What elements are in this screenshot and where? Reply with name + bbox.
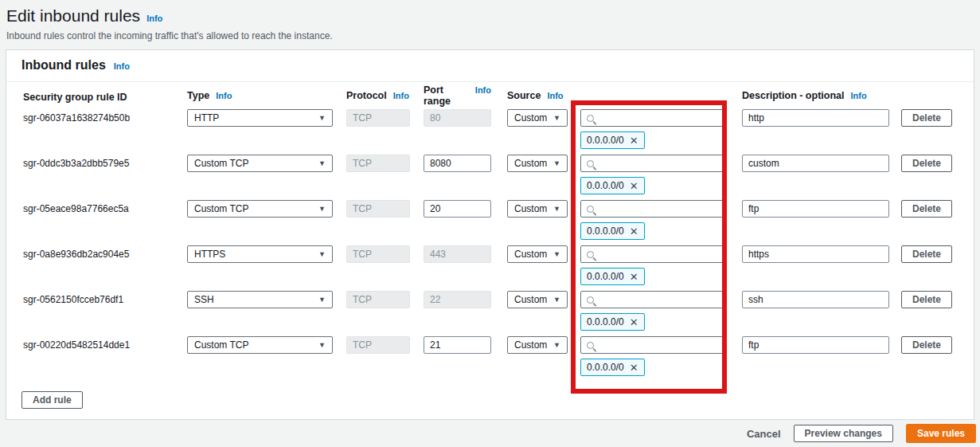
page-subtitle: Inbound rules control the incoming traff… xyxy=(6,30,980,41)
delete-rule-button[interactable]: Delete xyxy=(901,336,952,354)
description-info-link[interactable]: Info xyxy=(850,91,866,100)
protocol-field xyxy=(346,109,410,127)
chevron-down-icon: ▼ xyxy=(553,160,560,167)
source-select[interactable]: Custom ▼ xyxy=(507,245,568,263)
protocol-field xyxy=(346,291,410,308)
protocol-field xyxy=(346,245,410,263)
search-icon xyxy=(587,342,594,349)
port-range-input[interactable] xyxy=(424,336,491,354)
header-type: Type Info xyxy=(187,90,333,101)
page-title-info-link[interactable]: Info xyxy=(146,14,162,23)
chevron-down-icon: ▼ xyxy=(318,251,326,258)
remove-tag-icon[interactable]: ✕ xyxy=(630,226,638,237)
source-cidr-tag: 0.0.0.0/0 ✕ xyxy=(580,131,645,149)
page-title: Edit inbound rules xyxy=(6,6,140,25)
type-select[interactable]: HTTPS ▼ xyxy=(187,245,333,263)
chevron-down-icon: ▼ xyxy=(318,342,326,349)
table-row: sgr-0ddc3b3a2dbb579e5 Custom TCP ▼ Custo… xyxy=(6,155,974,200)
delete-rule-button[interactable]: Delete xyxy=(901,155,952,172)
source-search-box[interactable] xyxy=(580,200,726,218)
port-range-input[interactable] xyxy=(424,200,491,218)
type-select[interactable]: Custom TCP ▼ xyxy=(187,155,333,172)
remove-tag-icon[interactable]: ✕ xyxy=(630,317,638,327)
description-input[interactable] xyxy=(742,291,889,308)
port-range-field xyxy=(424,245,491,263)
description-input[interactable] xyxy=(742,200,889,218)
description-input[interactable] xyxy=(742,155,889,172)
source-search-box[interactable] xyxy=(580,245,726,263)
delete-rule-button[interactable]: Delete xyxy=(901,291,952,308)
description-input[interactable] xyxy=(742,109,889,127)
chevron-down-icon: ▼ xyxy=(553,115,560,122)
source-cidr-tag: 0.0.0.0/0 ✕ xyxy=(580,359,645,376)
source-cidr-tag: 0.0.0.0/0 ✕ xyxy=(580,313,645,331)
source-search-input[interactable] xyxy=(599,249,720,260)
rule-id: sgr-0562150fcceb76df1 xyxy=(23,291,187,305)
source-cidr-tag: 0.0.0.0/0 ✕ xyxy=(580,177,645,194)
search-icon xyxy=(587,251,594,258)
page-header: Edit inbound rules Info Inbound rules co… xyxy=(0,0,980,49)
delete-rule-button[interactable]: Delete xyxy=(901,245,952,263)
port-range-input[interactable] xyxy=(424,155,491,172)
delete-rule-button[interactable]: Delete xyxy=(901,109,952,127)
table-row: sgr-05eace98a7766ec5a Custom TCP ▼ Custo… xyxy=(6,200,974,245)
source-search-input[interactable] xyxy=(599,203,720,214)
rule-id: sgr-0ddc3b3a2dbb579e5 xyxy=(23,155,187,169)
source-cidr-tag: 0.0.0.0/0 ✕ xyxy=(580,268,645,285)
preview-changes-button[interactable]: Preview changes xyxy=(794,425,893,442)
table-row: sgr-0562150fcceb76df1 SSH ▼ Custom ▼ 0.0… xyxy=(6,291,974,336)
source-cidr-tag: 0.0.0.0/0 ✕ xyxy=(580,222,645,240)
protocol-field xyxy=(346,155,410,172)
port-range-field xyxy=(424,109,491,127)
source-select[interactable]: Custom ▼ xyxy=(507,109,568,127)
remove-tag-icon[interactable]: ✕ xyxy=(630,135,638,146)
remove-tag-icon[interactable]: ✕ xyxy=(630,272,638,282)
type-info-link[interactable]: Info xyxy=(216,91,232,100)
save-rules-button[interactable]: Save rules xyxy=(906,424,976,443)
protocol-field xyxy=(346,336,410,354)
type-select[interactable]: HTTP ▼ xyxy=(187,109,333,127)
source-search-input[interactable] xyxy=(599,339,720,351)
remove-tag-icon[interactable]: ✕ xyxy=(630,363,638,373)
cancel-button[interactable]: Cancel xyxy=(747,428,781,440)
panel-header: Inbound rules Info xyxy=(6,50,974,82)
header-description: Description - optional Info xyxy=(742,90,889,101)
rule-id: sgr-06037a1638274b50b xyxy=(23,109,187,124)
source-search-input[interactable] xyxy=(599,158,720,169)
source-select[interactable]: Custom ▼ xyxy=(507,155,568,172)
chevron-down-icon: ▼ xyxy=(318,296,326,304)
chevron-down-icon: ▼ xyxy=(553,251,560,258)
protocol-info-link[interactable]: Info xyxy=(393,91,409,100)
table-row: sgr-0a8e936db2ac904e5 HTTPS ▼ Custom ▼ 0… xyxy=(6,245,974,291)
table-header-row: Security group rule ID Type Info Protoco… xyxy=(6,82,974,109)
search-icon xyxy=(587,206,594,213)
type-select[interactable]: Custom TCP ▼ xyxy=(187,200,333,218)
rule-id: sgr-0a8e936db2ac904e5 xyxy=(23,245,187,260)
source-select[interactable]: Custom ▼ xyxy=(507,291,568,308)
source-search-box[interactable] xyxy=(580,109,726,127)
port-range-field xyxy=(424,291,491,308)
rule-id: sgr-05eace98a7766ec5a xyxy=(23,200,187,214)
type-select[interactable]: SSH ▼ xyxy=(187,291,333,308)
type-select[interactable]: Custom TCP ▼ xyxy=(187,336,333,354)
panel-info-link[interactable]: Info xyxy=(114,61,130,71)
add-rule-button[interactable]: Add rule xyxy=(21,391,83,409)
port-range-info-link[interactable]: Info xyxy=(475,85,491,95)
search-icon xyxy=(587,115,594,122)
source-search-box[interactable] xyxy=(580,336,726,354)
source-select[interactable]: Custom ▼ xyxy=(507,200,568,218)
description-input[interactable] xyxy=(742,336,889,354)
source-info-link[interactable]: Info xyxy=(547,91,563,100)
header-protocol: Protocol Info xyxy=(346,90,410,101)
source-search-input[interactable] xyxy=(599,294,720,305)
remove-tag-icon[interactable]: ✕ xyxy=(630,181,638,191)
footer-actions: Cancel Preview changes Save rules xyxy=(0,420,980,447)
source-search-box[interactable] xyxy=(580,155,726,172)
description-input[interactable] xyxy=(742,245,889,263)
source-search-input[interactable] xyxy=(599,112,720,124)
chevron-down-icon: ▼ xyxy=(553,342,560,349)
source-search-box[interactable] xyxy=(580,291,726,308)
table-row: sgr-00220d5482514dde1 Custom TCP ▼ Custo… xyxy=(6,336,974,382)
source-select[interactable]: Custom ▼ xyxy=(507,336,568,354)
delete-rule-button[interactable]: Delete xyxy=(901,200,952,218)
